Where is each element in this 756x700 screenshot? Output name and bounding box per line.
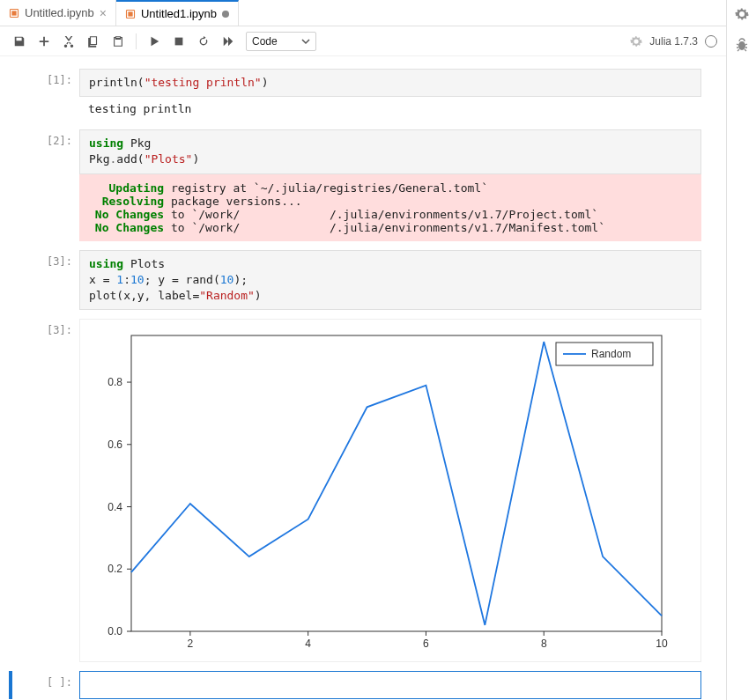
cell-type-label: Code <box>252 35 278 48</box>
file-tabs: Untitled.ipynb × Untitled1.ipynb <box>0 0 726 26</box>
chevron-down-icon <box>301 37 310 46</box>
svg-text:Random: Random <box>591 348 631 360</box>
cell-prompt: [3]: <box>18 250 79 311</box>
tab-label: Untitled.ipynb <box>25 6 94 19</box>
notebook-toolbar: Code Julia 1.7.3 <box>0 26 726 56</box>
cell-1: [1]: println("testing println") testing … <box>9 69 701 121</box>
tab-label: Untitled1.ipynb <box>141 7 217 20</box>
copy-button[interactable] <box>83 31 104 52</box>
add-cell-button[interactable] <box>33 31 55 52</box>
cell-prompt: [2]: <box>18 129 79 240</box>
code-input[interactable]: println("testing println") <box>79 69 701 97</box>
restart-button[interactable] <box>193 31 214 52</box>
run-all-button[interactable] <box>218 31 239 52</box>
cell-type-select[interactable]: Code <box>246 32 316 51</box>
code-input[interactable]: using Pkg Pkg.add("Plots") <box>79 129 701 173</box>
paste-button[interactable] <box>107 31 129 52</box>
stop-button[interactable] <box>168 31 189 52</box>
svg-text:8: 8 <box>541 637 547 650</box>
kernel-status-indicator[interactable] <box>705 35 717 48</box>
svg-rect-4 <box>175 37 183 45</box>
cell-empty: [ ]: ​ <box>9 671 701 699</box>
svg-point-29 <box>738 41 745 50</box>
svg-text:4: 4 <box>305 637 311 650</box>
cell-stderr: Updating registry at `~/.julia/registrie… <box>79 174 701 241</box>
cell-3-output: [3]: 0.00.20.40.60.8246810Random <box>9 319 701 662</box>
svg-text:10: 10 <box>656 637 668 650</box>
dirty-indicator <box>222 11 229 18</box>
cell-prompt: [1]: <box>18 69 79 121</box>
svg-text:6: 6 <box>423 637 429 650</box>
output-prompt: [3]: <box>18 319 79 662</box>
close-icon[interactable]: × <box>100 6 107 20</box>
notebook-body[interactable]: [1]: println("testing println") testing … <box>0 56 726 700</box>
svg-text:0.8: 0.8 <box>107 376 122 388</box>
cell-2: [2]: using Pkg Pkg.add("Plots") Updating… <box>9 129 701 240</box>
tab-untitled1[interactable]: Untitled1.ipynb <box>116 0 239 26</box>
tab-untitled[interactable]: Untitled.ipynb × <box>0 0 116 26</box>
cell-prompt: [ ]: <box>18 671 79 699</box>
svg-text:0.4: 0.4 <box>107 501 122 513</box>
svg-rect-3 <box>128 11 132 16</box>
bug-icon[interactable] <box>735 38 749 55</box>
run-button[interactable] <box>144 31 165 52</box>
code-input[interactable]: ​ <box>79 671 701 699</box>
svg-text:0.6: 0.6 <box>107 438 122 451</box>
notebook-icon <box>125 9 136 19</box>
svg-text:0.0: 0.0 <box>107 625 122 637</box>
cell-output: testing println <box>79 97 701 121</box>
svg-rect-1 <box>11 11 16 15</box>
svg-text:0.2: 0.2 <box>107 563 122 575</box>
gear-icon[interactable] <box>735 7 749 24</box>
svg-text:2: 2 <box>188 637 194 650</box>
kernel-label: Julia 1.7.3 <box>649 35 698 48</box>
plot-output: 0.00.20.40.60.8246810Random <box>79 319 701 662</box>
gear-icon <box>630 35 642 48</box>
cell-3: [3]: using Plots x = 1:10; y = rand(10);… <box>9 250 701 311</box>
right-sidebar <box>726 0 756 700</box>
line-chart: 0.00.20.40.60.8246810Random <box>80 323 679 658</box>
cut-button[interactable] <box>58 31 79 52</box>
code-input[interactable]: using Plots x = 1:10; y = rand(10); plot… <box>79 250 701 311</box>
notebook-icon <box>9 8 19 18</box>
save-button[interactable] <box>9 31 30 52</box>
